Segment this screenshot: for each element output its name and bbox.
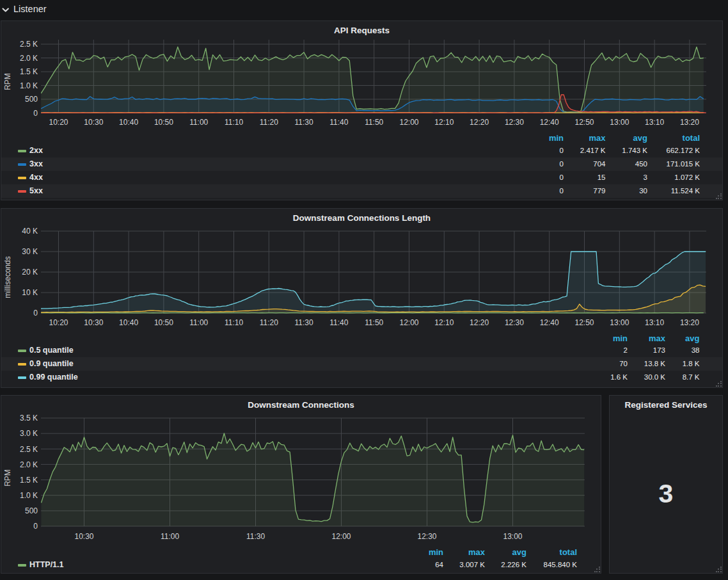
svg-text:12:40: 12:40	[540, 318, 559, 327]
svg-text:11:30: 11:30	[246, 532, 265, 541]
svg-text:20 K: 20 K	[22, 268, 38, 277]
svg-text:11:40: 11:40	[329, 118, 348, 127]
svg-text:11:30: 11:30	[295, 118, 313, 127]
svg-text:0: 0	[33, 522, 38, 531]
svg-text:11:50: 11:50	[365, 118, 383, 127]
svg-text:12:20: 12:20	[470, 318, 489, 327]
svg-text:3.0 K: 3.0 K	[20, 429, 38, 438]
svg-text:13:10: 13:10	[645, 118, 664, 127]
svg-text:500: 500	[25, 95, 38, 104]
svg-text:12:50: 12:50	[574, 118, 594, 127]
svg-text:1.5 K: 1.5 K	[20, 476, 38, 485]
svg-text:2.5 K: 2.5 K	[20, 40, 38, 49]
svg-text:12:20: 12:20	[470, 118, 489, 127]
svg-text:0: 0	[33, 109, 38, 118]
svg-text:10:40: 10:40	[119, 118, 138, 127]
svg-text:30 K: 30 K	[22, 247, 38, 256]
svg-text:10:20: 10:20	[49, 318, 68, 327]
svg-text:12:30: 12:30	[505, 318, 524, 327]
svg-text:10:30: 10:30	[84, 118, 103, 127]
svg-text:12:40: 12:40	[540, 118, 559, 127]
svg-text:12:30: 12:30	[417, 532, 436, 541]
svg-text:10:30: 10:30	[84, 318, 103, 327]
svg-text:11:50: 11:50	[365, 318, 383, 327]
svg-text:RPM: RPM	[3, 73, 12, 90]
svg-text:10:50: 10:50	[154, 318, 173, 327]
svg-text:1.0 K: 1.0 K	[20, 81, 38, 90]
svg-text:10:40: 10:40	[119, 318, 138, 327]
svg-text:11:20: 11:20	[260, 118, 278, 127]
svg-text:13:00: 13:00	[610, 118, 629, 127]
svg-text:2.0 K: 2.0 K	[20, 54, 38, 63]
svg-text:12:10: 12:10	[434, 118, 454, 127]
svg-text:2.5 K: 2.5 K	[20, 445, 38, 454]
svg-text:1.5 K: 1.5 K	[20, 67, 38, 76]
svg-text:13:00: 13:00	[610, 318, 629, 327]
svg-text:0: 0	[33, 309, 38, 318]
svg-text:11:30: 11:30	[295, 318, 313, 327]
svg-text:11:40: 11:40	[329, 318, 348, 327]
svg-text:13:10: 13:10	[645, 318, 664, 327]
svg-text:1.0 K: 1.0 K	[20, 491, 38, 500]
svg-text:12:30: 12:30	[505, 118, 524, 127]
svg-text:40 K: 40 K	[22, 227, 38, 236]
svg-text:11:10: 11:10	[225, 318, 243, 327]
svg-text:10:20: 10:20	[49, 118, 68, 127]
svg-text:11:10: 11:10	[225, 118, 243, 127]
svg-text:11:00: 11:00	[161, 532, 179, 541]
svg-text:10 K: 10 K	[22, 288, 38, 297]
svg-text:12:00: 12:00	[399, 118, 418, 127]
svg-text:13:20: 13:20	[680, 118, 699, 127]
svg-text:3.5 K: 3.5 K	[20, 414, 38, 423]
svg-text:13:20: 13:20	[680, 318, 699, 327]
svg-text:500: 500	[25, 506, 38, 515]
svg-text:2.0 K: 2.0 K	[20, 460, 38, 469]
svg-text:RPM: RPM	[3, 469, 12, 487]
svg-text:12:00: 12:00	[399, 318, 418, 327]
svg-text:milliseconds: milliseconds	[3, 256, 12, 298]
svg-text:13:00: 13:00	[503, 532, 522, 541]
svg-text:12:50: 12:50	[574, 318, 594, 327]
svg-text:11:00: 11:00	[189, 318, 208, 327]
svg-text:10:50: 10:50	[154, 118, 173, 127]
svg-text:11:00: 11:00	[189, 118, 208, 127]
svg-text:11:20: 11:20	[260, 318, 278, 327]
svg-text:12:00: 12:00	[331, 532, 351, 541]
svg-text:10:30: 10:30	[74, 532, 93, 541]
svg-text:12:10: 12:10	[434, 318, 454, 327]
